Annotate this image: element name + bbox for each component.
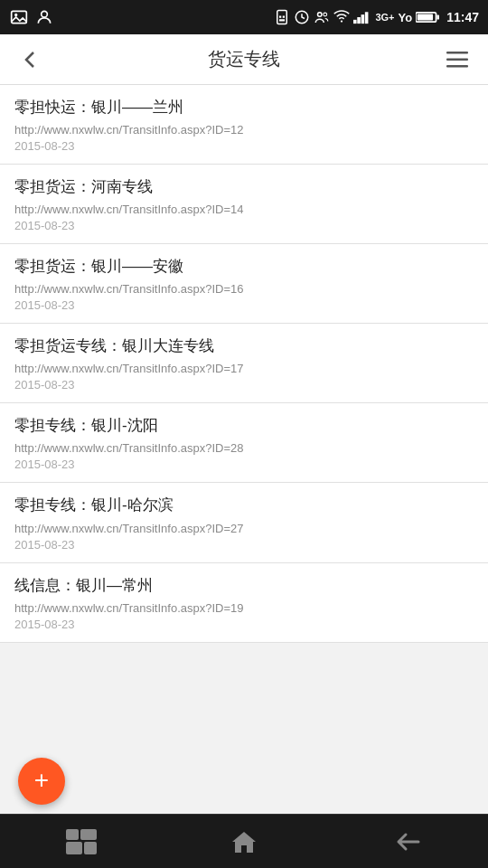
svg-rect-14 (365, 12, 369, 24)
network-type: 3G+ (375, 12, 394, 23)
item-title: 零担快运：银川——兰州 (14, 98, 474, 118)
svg-rect-11 (353, 20, 357, 24)
menu-button[interactable] (441, 43, 474, 76)
svg-point-9 (324, 13, 327, 16)
status-bar: 3G+ Yo 11:47 (0, 0, 488, 34)
svg-rect-4 (279, 16, 281, 18)
list-item[interactable]: 零担专线：银川-哈尔滨http://www.nxwlw.cn/TransitIn… (0, 483, 488, 562)
sim-icon (274, 9, 290, 25)
gallery-icon (9, 7, 29, 27)
item-title: 零担货运：银川——安徽 (14, 257, 474, 277)
item-date: 2015-08-23 (14, 378, 474, 392)
back-button[interactable] (14, 43, 47, 76)
signal-icon (353, 9, 371, 25)
svg-rect-3 (277, 11, 287, 24)
item-date: 2015-08-23 (14, 298, 474, 312)
svg-rect-0 (12, 11, 27, 23)
svg-point-10 (341, 20, 343, 22)
svg-rect-22 (80, 829, 97, 840)
svg-point-8 (318, 13, 323, 17)
svg-rect-21 (66, 829, 79, 840)
page-title: 货运专线 (208, 47, 280, 71)
svg-rect-19 (446, 58, 468, 61)
status-right-icons: 3G+ Yo 11:47 (274, 9, 479, 25)
item-url: http://www.nxwlw.cn/TransitInfo.aspx?ID=… (14, 282, 474, 296)
item-url: http://www.nxwlw.cn/TransitInfo.aspx?ID=… (14, 362, 474, 375)
svg-point-2 (42, 11, 48, 17)
item-title: 零担专线：银川-沈阳 (14, 416, 474, 436)
svg-rect-24 (84, 842, 97, 854)
wifi-icon (333, 9, 350, 25)
list-item[interactable]: 零担快运：银川——兰州http://www.nxwlw.cn/TransitIn… (0, 85, 488, 165)
list-item[interactable]: 零担专线：银川-沈阳http://www.nxwlw.cn/TransitInf… (0, 403, 488, 483)
svg-point-1 (14, 14, 17, 16)
item-date: 2015-08-23 (14, 538, 474, 552)
item-title: 零担专线：银川-哈尔滨 (14, 495, 474, 515)
svg-rect-18 (446, 52, 468, 54)
svg-rect-23 (66, 842, 82, 854)
item-date: 2015-08-23 (14, 139, 474, 153)
add-icon: + (34, 768, 49, 793)
item-url: http://www.nxwlw.cn/TransitInfo.aspx?ID=… (14, 522, 474, 535)
list-item[interactable]: 线信息：银川—常州http://www.nxwlw.cn/TransitInfo… (0, 563, 488, 643)
list-item[interactable]: 零担货运：河南专线http://www.nxwlw.cn/TransitInfo… (0, 165, 488, 244)
svg-rect-16 (437, 14, 440, 19)
battery-icon (416, 11, 439, 24)
contacts-icon (314, 9, 330, 25)
svg-rect-5 (283, 16, 285, 18)
item-url: http://www.nxwlw.cn/TransitInfo.aspx?ID=… (14, 203, 474, 216)
list-item[interactable]: 零担货运专线：银川大连专线http://www.nxwlw.cn/Transit… (0, 324, 488, 403)
svg-rect-12 (358, 17, 361, 24)
list-container: 零担快运：银川——兰州http://www.nxwlw.cn/TransitIn… (0, 85, 488, 814)
status-left-icons (9, 7, 54, 27)
recent-apps-button[interactable] (54, 822, 108, 862)
header: 货运专线 (0, 34, 488, 85)
svg-rect-17 (418, 14, 433, 21)
item-date: 2015-08-23 (14, 458, 474, 471)
carrier-name: Yo (399, 11, 413, 24)
time-display: 11:47 (446, 10, 479, 24)
home-button[interactable] (217, 822, 271, 862)
item-title: 零担货运专线：银川大连专线 (14, 336, 474, 356)
svg-rect-6 (279, 19, 285, 21)
item-url: http://www.nxwlw.cn/TransitInfo.aspx?ID=… (14, 123, 474, 137)
svg-rect-13 (361, 14, 365, 24)
clock-icon (294, 9, 310, 25)
item-title: 线信息：银川—常州 (14, 576, 474, 596)
item-title: 零担货运：河南专线 (14, 177, 474, 197)
back-nav-button[interactable] (380, 822, 434, 862)
person-icon (34, 7, 54, 27)
item-date: 2015-08-23 (14, 219, 474, 232)
svg-rect-20 (446, 65, 468, 68)
item-date: 2015-08-23 (14, 618, 474, 631)
item-url: http://www.nxwlw.cn/TransitInfo.aspx?ID=… (14, 601, 474, 615)
item-url: http://www.nxwlw.cn/TransitInfo.aspx?ID=… (14, 441, 474, 455)
list-item[interactable]: 零担货运：银川——安徽http://www.nxwlw.cn/TransitIn… (0, 244, 488, 324)
fab-button[interactable]: + (18, 758, 65, 805)
bottom-nav (0, 814, 488, 868)
